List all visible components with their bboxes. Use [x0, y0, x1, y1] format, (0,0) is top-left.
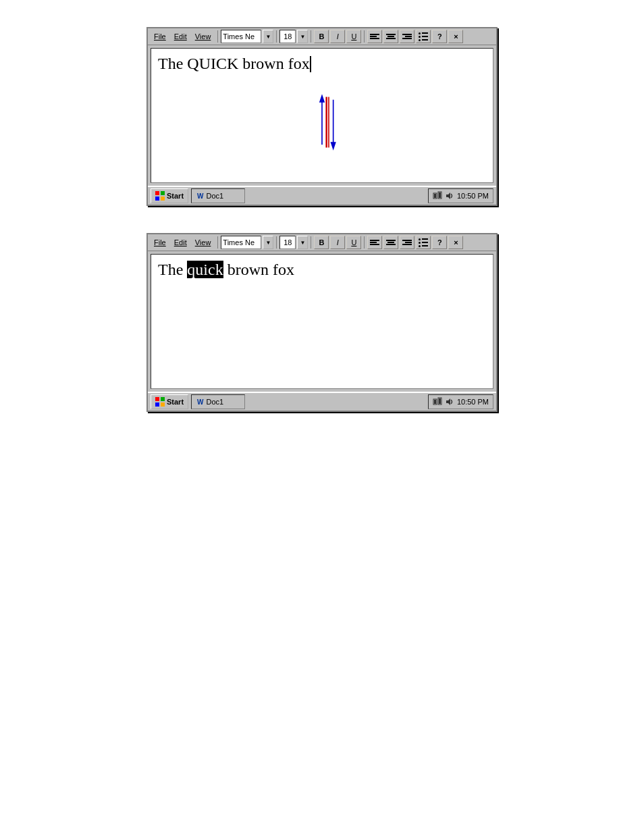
window-1: File Edit View Times Ne ▼ 18 ▼ B I U — [146, 27, 498, 206]
speaker-icon-1 — [445, 191, 454, 201]
svg-marker-3 — [331, 142, 336, 151]
doc-text-2: The quick brown fox — [158, 260, 486, 280]
taskbar-1: Start W Doc1 10:50 PM — [148, 186, 496, 205]
separator-5 — [217, 236, 218, 249]
separator-4 — [364, 30, 365, 43]
align-center-btn-2[interactable] — [383, 236, 398, 249]
list-btn-2[interactable] — [416, 236, 431, 249]
svg-rect-15 — [155, 397, 159, 401]
help-btn-1[interactable]: ? — [432, 30, 447, 43]
doc-area-1[interactable]: The QUICK brown fox — [151, 48, 493, 183]
clock-2: 10:50 PM — [457, 398, 489, 406]
menu-bar-1: File Edit View — [150, 32, 215, 41]
italic-btn-1[interactable]: I — [330, 30, 345, 43]
taskbar-doc-2[interactable]: W Doc1 — [191, 394, 245, 409]
word-icon-2: W — [197, 398, 203, 406]
start-button-1[interactable]: Start — [151, 188, 188, 203]
doc-text-1: The QUICK brown fox — [158, 54, 486, 74]
svg-rect-8 — [155, 197, 159, 201]
svg-rect-18 — [161, 402, 165, 407]
svg-rect-20 — [434, 400, 436, 404]
system-tray-1: 10:50 PM — [428, 188, 493, 203]
align-center-btn-1[interactable] — [383, 30, 398, 43]
italic-btn-2[interactable]: I — [330, 236, 345, 249]
window-2: File Edit View Times Ne ▼ 18 ▼ B I U — [146, 233, 498, 412]
system-tray-2: 10:50 PM — [428, 394, 493, 409]
word-icon-1: W — [197, 192, 203, 200]
font-selector-2[interactable]: Times Ne — [221, 236, 261, 249]
windows-icon-1 — [155, 191, 165, 201]
svg-marker-14 — [446, 192, 450, 199]
taskbar-doc-1[interactable]: W Doc1 — [191, 188, 245, 203]
svg-rect-17 — [155, 402, 159, 407]
close-btn-2[interactable]: × — [448, 236, 463, 249]
svg-marker-23 — [446, 398, 450, 405]
svg-rect-16 — [161, 397, 165, 401]
start-button-2[interactable]: Start — [151, 394, 188, 409]
speaker-icon-2 — [445, 397, 454, 407]
menu-view-2[interactable]: View — [191, 238, 215, 247]
toolbar-1: File Edit View Times Ne ▼ 18 ▼ B I U — [148, 28, 496, 45]
network-icon-2 — [433, 397, 442, 407]
selected-text-2: quick — [187, 261, 223, 278]
menu-view-1[interactable]: View — [191, 32, 215, 41]
taskbar-2: Start W Doc1 10:50 PM — [148, 392, 496, 411]
size-dropdown-1[interactable]: ▼ — [297, 30, 308, 43]
arrow-illustration-1 — [302, 88, 356, 156]
svg-rect-13 — [439, 192, 441, 198]
list-btn-1[interactable] — [416, 30, 431, 43]
windows-icon-2 — [155, 397, 165, 407]
align-right-btn-2[interactable] — [400, 236, 414, 249]
separator-2 — [276, 30, 277, 43]
font-dropdown-1[interactable]: ▼ — [263, 30, 273, 43]
network-icon-1 — [433, 191, 442, 201]
separator-6 — [276, 236, 277, 249]
svg-rect-7 — [161, 191, 165, 195]
underline-btn-1[interactable]: U — [346, 30, 361, 43]
menu-edit-2[interactable]: Edit — [170, 238, 191, 247]
size-dropdown-2[interactable]: ▼ — [297, 236, 308, 249]
size-selector-2[interactable]: 18 — [279, 236, 296, 249]
menu-bar-2: File Edit View — [150, 238, 215, 247]
text-cursor-1 — [310, 56, 311, 72]
svg-rect-6 — [155, 191, 159, 195]
menu-file-2[interactable]: File — [150, 238, 170, 247]
align-left-btn-1[interactable] — [367, 30, 382, 43]
separator-8 — [364, 236, 365, 249]
doc-area-2[interactable]: The quick brown fox — [151, 254, 493, 389]
menu-edit-1[interactable]: Edit — [170, 32, 191, 41]
bold-btn-2[interactable]: B — [314, 236, 329, 249]
font-dropdown-2[interactable]: ▼ — [263, 236, 273, 249]
svg-rect-22 — [439, 398, 441, 404]
svg-rect-11 — [434, 194, 436, 198]
menu-file-1[interactable]: File — [150, 32, 170, 41]
bold-btn-1[interactable]: B — [314, 30, 329, 43]
close-btn-1[interactable]: × — [448, 30, 463, 43]
align-right-btn-1[interactable] — [400, 30, 414, 43]
separator-1 — [217, 30, 218, 43]
toolbar-2: File Edit View Times Ne ▼ 18 ▼ B I U — [148, 234, 496, 251]
separator-3 — [311, 30, 311, 43]
size-selector-1[interactable]: 18 — [279, 30, 296, 43]
svg-marker-1 — [319, 94, 325, 103]
separator-7 — [311, 236, 311, 249]
svg-rect-9 — [161, 197, 165, 201]
underline-btn-2[interactable]: U — [346, 236, 361, 249]
font-selector-1[interactable]: Times Ne — [221, 30, 261, 43]
align-left-btn-2[interactable] — [367, 236, 382, 249]
clock-1: 10:50 PM — [457, 192, 489, 200]
help-btn-2[interactable]: ? — [432, 236, 447, 249]
